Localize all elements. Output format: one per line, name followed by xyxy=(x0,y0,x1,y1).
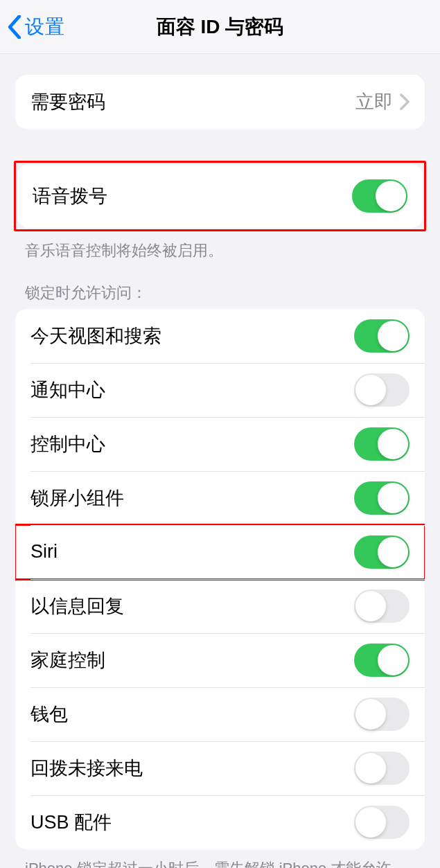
locked-access-label: USB 配件 xyxy=(30,810,354,835)
locked-access-label: 通知中心 xyxy=(30,378,354,402)
page-title: 面容 ID 与密码 xyxy=(0,14,440,40)
locked-access-row: 通知中心 xyxy=(15,363,425,417)
voice-dial-row: 语音拨号 xyxy=(17,164,423,228)
voice-dial-footer: 音乐语音控制将始终被启用。 xyxy=(25,240,415,262)
chevron-left-icon xyxy=(7,15,22,39)
back-button[interactable]: 设置 xyxy=(0,14,65,40)
locked-access-toggle[interactable] xyxy=(354,644,410,677)
locked-access-row: 锁屏小组件 xyxy=(15,471,425,525)
locked-access-row: 控制中心 xyxy=(15,417,425,471)
chevron-right-icon xyxy=(400,94,410,110)
locked-access-row: 钱包 xyxy=(15,687,425,741)
locked-access-group: 今天视图和搜索通知中心控制中心锁屏小组件Siri以信息回复家庭控制钱包回拨未接来… xyxy=(15,309,425,849)
voice-dial-group: 语音拨号 xyxy=(17,164,423,228)
locked-access-label: 以信息回复 xyxy=(30,594,354,619)
voice-dial-toggle[interactable] xyxy=(352,179,407,213)
locked-access-toggle[interactable] xyxy=(354,752,410,785)
back-label: 设置 xyxy=(25,14,65,40)
passcode-group: 需要密码 立即 xyxy=(15,75,425,129)
locked-access-row: 家庭控制 xyxy=(15,633,425,687)
locked-access-label: 钱包 xyxy=(30,702,354,727)
locked-access-toggle[interactable] xyxy=(354,481,410,515)
content: 需要密码 立即 语音拨号 音乐语音控制将始终被启用。 锁定时允许访问： 今天视图… xyxy=(0,75,440,868)
locked-access-row: USB 配件 xyxy=(15,795,425,849)
require-passcode-value: 立即 xyxy=(355,89,393,114)
locked-access-label: 锁屏小组件 xyxy=(30,486,354,511)
locked-access-header: 锁定时允许访问： xyxy=(25,283,415,303)
locked-access-label: 今天视图和搜索 xyxy=(30,324,354,348)
locked-access-toggle[interactable] xyxy=(354,535,410,569)
voice-dial-label: 语音拨号 xyxy=(33,184,352,209)
locked-access-row: 今天视图和搜索 xyxy=(15,309,425,363)
locked-access-toggle[interactable] xyxy=(354,427,410,461)
locked-access-label: 家庭控制 xyxy=(30,648,354,673)
locked-access-row: 回拨未接来电 xyxy=(15,741,425,795)
locked-access-label: Siri xyxy=(30,541,354,563)
require-passcode-row[interactable]: 需要密码 立即 xyxy=(15,75,425,129)
locked-access-row: Siri xyxy=(15,525,425,579)
locked-access-toggle[interactable] xyxy=(354,806,410,839)
locked-access-footer: iPhone 锁定超过一小时后，需先解锁 iPhone 才能允许 USB 配件连… xyxy=(25,858,415,868)
locked-access-toggle[interactable] xyxy=(354,590,410,623)
nav-bar: 设置 面容 ID 与密码 xyxy=(0,0,440,54)
locked-access-toggle[interactable] xyxy=(354,373,410,407)
voice-dial-highlight: 语音拨号 xyxy=(14,161,426,231)
locked-access-row: 以信息回复 xyxy=(15,579,425,633)
locked-access-label: 回拨未接来电 xyxy=(30,756,354,781)
locked-access-toggle[interactable] xyxy=(354,698,410,731)
require-passcode-label: 需要密码 xyxy=(30,89,355,114)
locked-access-toggle[interactable] xyxy=(354,319,410,353)
locked-access-label: 控制中心 xyxy=(30,432,354,457)
